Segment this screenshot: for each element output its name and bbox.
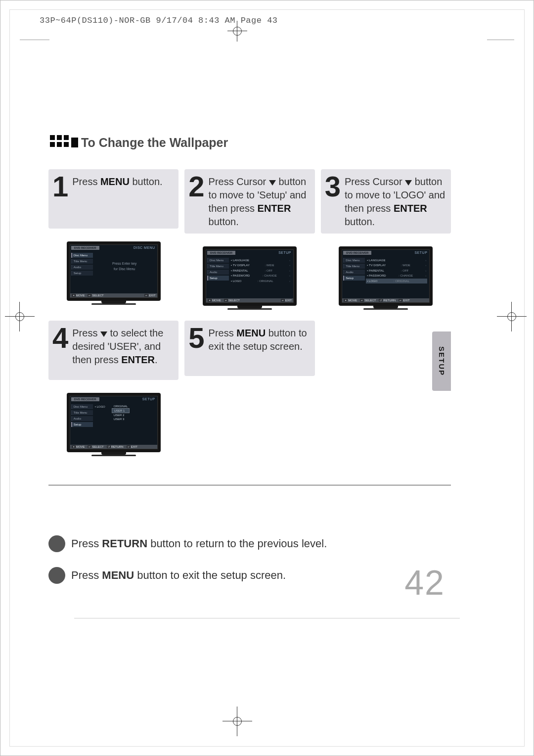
step-5: 5 Press MENU button to exit the setup sc…: [184, 321, 314, 456]
step-3: 3 Press Cursor button to move to 'LOGO' …: [321, 169, 451, 310]
cursor-down-icon: [269, 180, 276, 186]
step-number: 2: [188, 174, 204, 198]
page-outer-frame: 33P~64P(DS110)-NOR-GB 9/17/04 8:43 AM Pa…: [0, 0, 534, 756]
step-4: 4 Press to select the desired 'USER', an…: [48, 321, 178, 456]
step-2: 2 Press Cursor button to move to 'Setup'…: [184, 169, 314, 310]
step-text: Press Cursor button to move to 'Setup' a…: [209, 174, 311, 229]
bottom-rule: [74, 618, 460, 618]
page-number: 42: [404, 563, 445, 603]
tv-illustration-3: DVD RECEIVER SETUP Disc Menu Title Menu …: [339, 246, 433, 310]
tv-illustration-4: DVD RECEIVER SETUP Disc Menu Title Menu …: [67, 393, 161, 456]
tv-illustration-1: DVD RECEIVER DISC MENU Disc Menu Title M…: [67, 241, 161, 305]
note-2: Press MENU button to exit the setup scre…: [48, 567, 451, 584]
registration-mark-right: [502, 307, 522, 327]
step-number: 1: [52, 174, 68, 198]
steps-row-2: 4 Press to select the desired 'USER', an…: [48, 321, 451, 456]
page-inner-frame: 33P~64P(DS110)-NOR-GB 9/17/04 8:43 AM Pa…: [9, 9, 525, 747]
notes-section: Press RETURN button to return to the pre…: [48, 485, 451, 599]
step-number: 5: [188, 326, 204, 350]
content-area: To Change the Wallpaper 1 Press MENU but…: [48, 134, 451, 467]
step-text: Press Cursor button to move to 'LOGO' an…: [345, 174, 447, 229]
step-text: Press to select the desired 'USER', and …: [72, 326, 175, 367]
step-text: Press MENU button.: [72, 174, 162, 189]
tv-illustration-2: DVD RECEIVER SETUP Disc Menu Title Menu …: [203, 246, 297, 310]
step-1: 1 Press MENU button. DVD RECEIVER DISC M…: [48, 169, 178, 310]
note-bullet-icon: [48, 567, 65, 584]
step-number: 3: [325, 174, 341, 198]
side-tab-label: SETUP: [438, 346, 446, 376]
registration-mark-top: [227, 23, 247, 43]
step-text: Press MENU button to exit the setup scre…: [209, 326, 311, 353]
note-bullet-icon: [48, 535, 65, 552]
cursor-down-icon: [100, 331, 107, 337]
section-title-row: To Change the Wallpaper: [48, 134, 451, 151]
registration-mark-left: [10, 307, 30, 327]
note-text: Press MENU button to exit the setup scre…: [71, 569, 286, 582]
side-tab-setup: SETUP: [432, 331, 451, 391]
cursor-down-icon: [405, 180, 412, 186]
trim-mark-top-right: [487, 40, 514, 40]
step-empty: [321, 321, 451, 456]
section-title: To Change the Wallpaper: [81, 136, 228, 150]
steps-row-1: 1 Press MENU button. DVD RECEIVER DISC M…: [48, 169, 451, 310]
trim-mark-top-left: [20, 40, 49, 40]
note-text: Press RETURN button to return to the pre…: [71, 537, 327, 550]
section-title-icon: [48, 134, 74, 151]
registration-mark-bottom: [227, 711, 247, 731]
step-number: 4: [52, 326, 68, 350]
note-1: Press RETURN button to return to the pre…: [48, 535, 451, 552]
